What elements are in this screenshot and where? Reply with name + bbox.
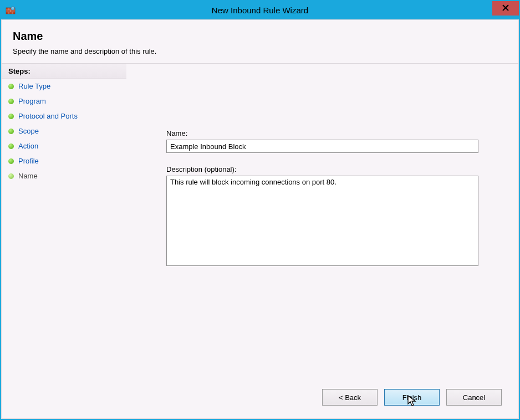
window-title: New Inbound Rule Wizard <box>1 6 519 15</box>
svg-point-8 <box>11 6 14 9</box>
step-label: Program <box>18 97 46 105</box>
name-input[interactable] <box>166 140 478 153</box>
step-bullet-icon <box>8 99 14 104</box>
firewall-icon <box>6 6 16 16</box>
main-pane: Name: Description (optional): < Back Fin… <box>126 64 518 418</box>
page-header: Name Specify the name and description of… <box>2 20 518 64</box>
page-heading: Name <box>13 30 507 43</box>
back-button[interactable]: < Back <box>322 389 378 406</box>
step-bullet-icon <box>8 144 14 149</box>
step-program[interactable]: Program <box>2 94 126 109</box>
description-textarea[interactable] <box>166 176 478 266</box>
wizard-buttons: < Back Finish Cancel <box>322 389 502 406</box>
page-subheading: Specify the name and description of this… <box>13 47 507 55</box>
close-icon <box>502 4 509 13</box>
step-label: Scope <box>18 127 39 135</box>
step-label: Name <box>18 172 38 180</box>
step-name[interactable]: Name <box>2 168 126 183</box>
content-area: Steps: Rule Type Program Protocol and Po… <box>2 64 518 418</box>
step-label: Profile <box>18 157 39 165</box>
wizard-window: New Inbound Rule Wizard Name Specify the… <box>0 0 520 420</box>
close-button[interactable] <box>492 1 519 16</box>
step-bullet-icon <box>8 158 14 164</box>
step-protocol-and-ports[interactable]: Protocol and Ports <box>2 109 126 124</box>
step-bullet-icon <box>8 173 14 179</box>
titlebar: New Inbound Rule Wizard <box>1 1 519 19</box>
finish-button[interactable]: Finish <box>384 389 440 406</box>
step-rule-type[interactable]: Rule Type <box>2 79 126 94</box>
wizard-body: Name Specify the name and description of… <box>1 19 519 419</box>
step-bullet-icon <box>8 84 14 89</box>
name-label: Name: <box>166 129 480 137</box>
step-bullet-icon <box>8 114 14 119</box>
steps-sidebar: Steps: Rule Type Program Protocol and Po… <box>2 64 126 418</box>
step-profile[interactable]: Profile <box>2 153 126 168</box>
finish-button-label: Finish <box>402 393 422 402</box>
steps-header: Steps: <box>2 64 126 79</box>
step-action[interactable]: Action <box>2 139 126 153</box>
step-label: Action <box>18 142 38 150</box>
step-label: Rule Type <box>18 82 50 90</box>
step-bullet-icon <box>8 129 14 134</box>
step-scope[interactable]: Scope <box>2 124 126 139</box>
cancel-button[interactable]: Cancel <box>446 389 502 406</box>
step-label: Protocol and Ports <box>18 112 78 120</box>
description-label: Description (optional): <box>166 165 480 173</box>
